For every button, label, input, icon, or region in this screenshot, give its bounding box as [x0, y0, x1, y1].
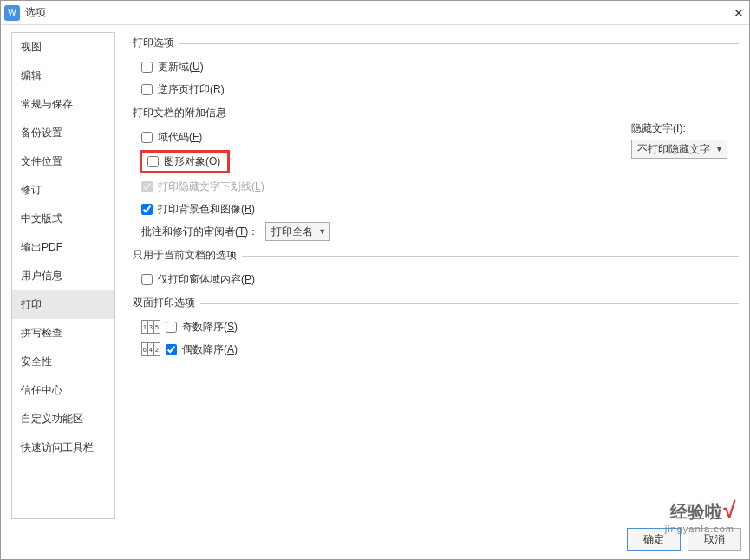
sidebar-item-file-location[interactable]: 文件位置: [12, 147, 114, 176]
close-icon[interactable]: ✕: [732, 6, 746, 20]
checkbox-reverse-print[interactable]: [141, 84, 153, 95]
dropdown-reviewer[interactable]: 打印全名 ▼: [265, 222, 330, 241]
app-icon: W: [4, 5, 20, 21]
label-reviewer: 批注和修订的审阅者(T)：: [141, 225, 258, 239]
label-odd-desc: 奇数降序(S): [182, 320, 238, 335]
label-graphic-objects: 图形对象(O): [164, 154, 220, 169]
checkbox-background-images[interactable]: [141, 204, 153, 215]
titlebar: W 选项 ✕: [1, 1, 749, 25]
checkbox-odd-desc[interactable]: [166, 322, 177, 333]
sidebar-item-spellcheck[interactable]: 拼写检查: [12, 319, 114, 348]
label-form-fields-only: 仅打印窗体域内容(P): [158, 272, 255, 287]
label-background-images: 打印背景色和图像(B): [158, 202, 255, 217]
dropdown-reviewer-value: 打印全名: [271, 225, 313, 239]
sidebar: 视图 编辑 常规与保存 备份设置 文件位置 修订 中文版式 输出PDF 用户信息…: [11, 32, 115, 519]
dropdown-hidden-text-value: 不打印隐藏文字: [637, 142, 710, 157]
sidebar-item-print[interactable]: 打印: [12, 290, 114, 319]
cancel-button[interactable]: 取消: [688, 528, 741, 551]
group-current-doc: 只用于当前文档的选项 仅打印窗体域内容(P): [133, 248, 739, 289]
ok-button[interactable]: 确定: [627, 528, 681, 551]
group-duplex: 双面打印选项 135 奇数降序(S) 642 偶数降序(A): [133, 296, 739, 359]
sidebar-item-edit[interactable]: 编辑: [12, 62, 114, 90]
sidebar-item-quick-access[interactable]: 快速访问工具栏: [12, 433, 114, 462]
highlight-graphic-objects: 图形对象(O): [140, 150, 230, 173]
label-hidden-text: 隐藏文字(I):: [631, 121, 727, 136]
main-panel: 打印选项 更新域(U) 逆序页打印(R) 打印文档的附加信息 域代码(F) 图形…: [115, 32, 739, 519]
hidden-text-section: 隐藏文字(I): 不打印隐藏文字 ▼: [631, 121, 727, 159]
sidebar-item-trust-center[interactable]: 信任中心: [12, 376, 114, 405]
odd-order-icon: 135: [141, 320, 160, 334]
checkbox-update-fields[interactable]: [141, 62, 153, 73]
sidebar-item-general-save[interactable]: 常规与保存: [12, 90, 114, 119]
checkbox-form-fields-only[interactable]: [141, 274, 153, 285]
label-update-fields: 更新域(U): [158, 60, 204, 75]
dropdown-hidden-text[interactable]: 不打印隐藏文字 ▼: [631, 140, 727, 159]
chevron-down-icon: ▼: [715, 145, 723, 153]
sidebar-item-cn-layout[interactable]: 中文版式: [12, 205, 114, 233]
group-title-print-options: 打印选项: [133, 36, 179, 50]
sidebar-item-output-pdf[interactable]: 输出PDF: [12, 233, 114, 262]
sidebar-item-security[interactable]: 安全性: [12, 348, 114, 376]
label-hidden-underline: 打印隐藏文字下划线(L): [158, 179, 264, 194]
sidebar-item-user-info[interactable]: 用户信息: [12, 262, 114, 290]
label-even-desc: 偶数降序(A): [182, 342, 238, 357]
even-order-icon: 642: [141, 342, 160, 356]
sidebar-item-revision[interactable]: 修订: [12, 176, 114, 205]
window-title: 选项: [25, 5, 732, 20]
group-title-duplex: 双面打印选项: [133, 296, 200, 310]
checkbox-field-codes[interactable]: [141, 132, 153, 143]
sidebar-item-view[interactable]: 视图: [12, 33, 114, 62]
group-print-options: 打印选项 更新域(U) 逆序页打印(R): [133, 36, 739, 99]
label-field-codes: 域代码(F): [158, 130, 202, 145]
content: 视图 编辑 常规与保存 备份设置 文件位置 修订 中文版式 输出PDF 用户信息…: [1, 25, 749, 519]
chevron-down-icon: ▼: [318, 227, 326, 236]
group-title-current-doc: 只用于当前文档的选项: [133, 248, 242, 263]
group-title-doc-info: 打印文档的附加信息: [133, 106, 232, 120]
label-reverse-print: 逆序页打印(R): [158, 82, 225, 97]
sidebar-item-custom-ribbon[interactable]: 自定义功能区: [12, 405, 114, 433]
checkbox-graphic-objects[interactable]: [147, 156, 159, 167]
footer: 确定 取消: [627, 528, 741, 551]
sidebar-item-backup[interactable]: 备份设置: [12, 119, 114, 147]
checkbox-even-desc[interactable]: [166, 344, 177, 355]
checkbox-hidden-underline: [141, 181, 153, 192]
